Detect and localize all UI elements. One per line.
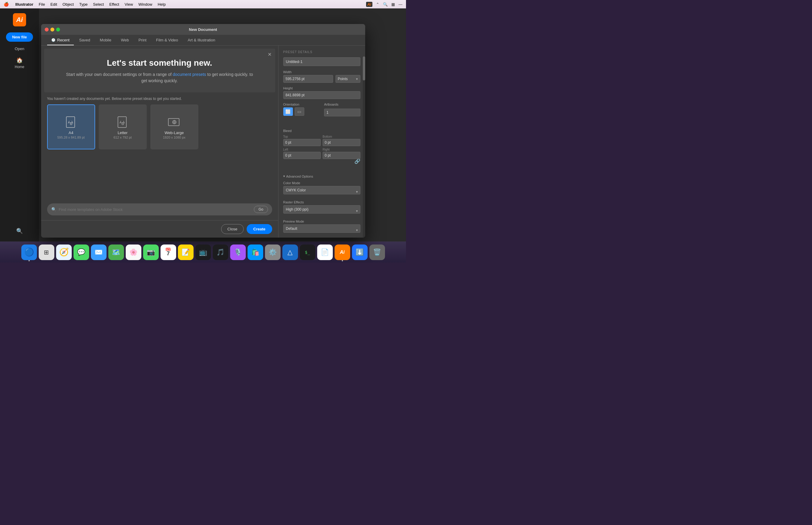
dock-photos[interactable]: 🌸 bbox=[126, 244, 141, 260]
menu-object[interactable]: Object bbox=[62, 2, 74, 6]
presets-grid: A4 595.28 x 841.89 pt bbox=[47, 104, 272, 149]
svg-rect-0 bbox=[66, 117, 75, 127]
raster-effects-select[interactable]: High (300 ppi) Medium (150 ppi) Screen (… bbox=[283, 205, 360, 214]
search-sidebar-icon[interactable]: 🔍 bbox=[16, 228, 23, 237]
preset-web-large-size: 1920 x 1080 px bbox=[163, 136, 185, 139]
dock-trash[interactable]: 🗑️ bbox=[370, 244, 385, 260]
tab-saved-label: Saved bbox=[79, 38, 90, 42]
preset-name-input[interactable] bbox=[283, 57, 360, 66]
dock-calendar[interactable]: APR7 bbox=[161, 244, 176, 260]
menu-file[interactable]: File bbox=[39, 2, 45, 6]
menu-select[interactable]: Select bbox=[93, 2, 104, 6]
hero-close-button[interactable]: ✕ bbox=[268, 51, 272, 57]
dialog-left-panel: ✕ Let's start something new. Start with … bbox=[41, 46, 278, 238]
bleed-bottom-input[interactable] bbox=[322, 139, 360, 146]
stock-search-input[interactable] bbox=[59, 207, 252, 212]
tab-print[interactable]: Print bbox=[134, 35, 151, 45]
bleed-right-input[interactable] bbox=[322, 152, 360, 159]
tab-film-video-label: Film & Video bbox=[156, 38, 178, 42]
landscape-button[interactable]: ▭ bbox=[295, 107, 304, 116]
search-menubar-icon[interactable]: 🔍 bbox=[383, 2, 388, 6]
preset-card-a4[interactable]: A4 595.28 x 841.89 pt bbox=[47, 104, 95, 149]
menu-window[interactable]: Window bbox=[138, 2, 152, 6]
tab-web[interactable]: Web bbox=[117, 35, 133, 45]
dock-maps[interactable]: 🗺️ bbox=[108, 244, 124, 260]
search-go-button[interactable]: Go bbox=[254, 206, 268, 213]
height-input[interactable] bbox=[283, 91, 360, 99]
traffic-lights bbox=[45, 28, 60, 31]
tab-web-label: Web bbox=[121, 38, 129, 42]
dock-appstore[interactable]: 🛍️ bbox=[247, 244, 263, 260]
tab-mobile[interactable]: Mobile bbox=[96, 35, 116, 45]
search-icon: 🔍 bbox=[51, 207, 56, 212]
create-button[interactable]: Create bbox=[247, 224, 272, 234]
unit-select[interactable]: Points Pixels Inches Millimeters bbox=[335, 75, 360, 83]
bleed-right-field: Right bbox=[322, 148, 360, 159]
dock-downloader[interactable]: ⬇️ bbox=[352, 244, 367, 260]
apple-menu[interactable]: 🍎 bbox=[4, 2, 9, 6]
dialog-titlebar: New Document bbox=[41, 24, 365, 35]
dock-mail[interactable]: ✉️ bbox=[91, 244, 106, 260]
app-name: Illustrator bbox=[15, 2, 33, 6]
minimize-traffic-light[interactable] bbox=[50, 28, 54, 31]
bleed-left-label: Left bbox=[283, 148, 321, 151]
dialog-tabs: 🕐 Recent Saved Mobile Web Print Film & V… bbox=[41, 35, 365, 46]
scrollbar-thumb[interactable] bbox=[363, 56, 365, 80]
menu-type[interactable]: Type bbox=[79, 2, 88, 6]
dock-notes[interactable]: 📝 bbox=[178, 244, 194, 260]
preview-mode-select[interactable]: Default Pixel Overprint bbox=[283, 224, 360, 233]
dock-music[interactable]: 🎵 bbox=[213, 244, 228, 260]
preset-card-web-large[interactable]: Web-Large 1920 x 1080 px bbox=[150, 104, 198, 149]
preset-letter-name: Letter bbox=[118, 131, 127, 135]
control-center-icon[interactable]: ⌃ bbox=[376, 2, 379, 6]
artboards-input[interactable] bbox=[324, 109, 360, 116]
height-label: Height bbox=[283, 86, 360, 90]
dock-delta[interactable]: △ bbox=[282, 244, 298, 260]
advanced-options-toggle[interactable]: ▾ Advanced Options bbox=[283, 174, 360, 178]
dock-launchpad[interactable]: ⊞ bbox=[39, 244, 54, 260]
bleed-left-input[interactable] bbox=[283, 152, 321, 159]
bleed-top-input[interactable] bbox=[283, 139, 321, 146]
preset-card-letter[interactable]: Letter 612 x 792 pt bbox=[99, 104, 147, 149]
menu-effect[interactable]: Effect bbox=[109, 2, 119, 6]
dock-terminal[interactable]: $_ bbox=[300, 244, 315, 260]
dock-appletv[interactable]: 📺 bbox=[195, 244, 211, 260]
dock-safari[interactable]: 🧭 bbox=[56, 244, 72, 260]
close-menubar-icon[interactable]: — bbox=[399, 2, 402, 6]
bleed-left-field: Left bbox=[283, 148, 321, 159]
menu-help[interactable]: Help bbox=[157, 2, 166, 6]
dock-finder[interactable]: 🔵 bbox=[21, 244, 37, 260]
color-mode-select[interactable]: CMYK Color RGB Color bbox=[283, 186, 360, 194]
new-document-dialog: New Document 🕐 Recent Saved Mobile Web bbox=[41, 24, 365, 238]
preview-mode-label: Preview Mode bbox=[283, 220, 360, 223]
maximize-traffic-light[interactable] bbox=[56, 28, 60, 31]
portrait-button[interactable]: ⬜ bbox=[283, 107, 293, 116]
dock-systemprefs[interactable]: ⚙️ bbox=[265, 244, 281, 260]
presets-area: You haven't created any documents yet. B… bbox=[41, 92, 278, 200]
tab-print-label: Print bbox=[138, 38, 147, 42]
color-mode-label: Color Mode bbox=[283, 181, 360, 185]
dock-facetime[interactable]: 📷 bbox=[143, 244, 159, 260]
link-bleed-icon[interactable]: 🔗 bbox=[355, 159, 360, 164]
dock-messages[interactable]: 💬 bbox=[74, 244, 89, 260]
tab-recent[interactable]: 🕐 Recent bbox=[47, 35, 74, 45]
dock-textedit[interactable]: 📄 bbox=[317, 244, 333, 260]
dock-illustrator[interactable]: Ai bbox=[334, 244, 350, 260]
hero-section: ✕ Let's start something new. Start with … bbox=[44, 49, 275, 92]
dock-podcasts[interactable]: 🎙️ bbox=[230, 244, 246, 260]
tab-film-video[interactable]: Film & Video bbox=[152, 35, 182, 45]
raster-effects-label: Raster Effects bbox=[283, 200, 360, 204]
menubar: 🍎 Illustrator File Edit Object Type Sele… bbox=[0, 0, 406, 9]
tab-saved[interactable]: Saved bbox=[75, 35, 94, 45]
display-icon[interactable]: ▦ bbox=[391, 2, 395, 6]
preset-details-panel: PRESET DETAILS Width Points Pixels Inche… bbox=[278, 46, 365, 238]
presets-link[interactable]: document presets bbox=[173, 72, 206, 77]
width-input[interactable] bbox=[283, 75, 333, 83]
tab-art-illustration[interactable]: Art & Illustration bbox=[184, 35, 220, 45]
close-button[interactable]: Close bbox=[221, 224, 244, 234]
close-traffic-light[interactable] bbox=[45, 28, 49, 31]
svg-point-1 bbox=[70, 123, 72, 125]
menu-view[interactable]: View bbox=[124, 2, 133, 6]
dock: 🔵 ⊞ 🧭 💬 ✉️ 🗺️ 🌸 📷 APR7 📝 📺 🎵 � bbox=[0, 241, 406, 262]
menu-edit[interactable]: Edit bbox=[50, 2, 57, 6]
